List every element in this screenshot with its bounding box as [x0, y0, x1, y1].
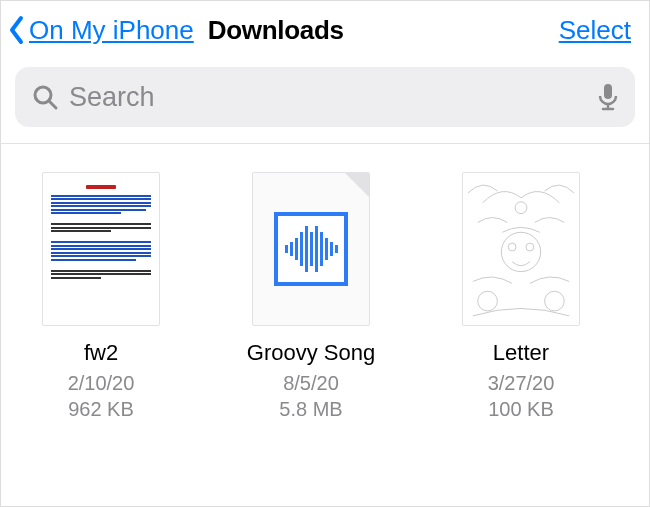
files-app-window: On My iPhone Downloads Select [0, 0, 650, 507]
file-size: 100 KB [488, 396, 554, 422]
file-date: 8/5/20 [283, 370, 339, 396]
file-item-groovy-song[interactable]: Groovy Song 8/5/20 5.8 MB [241, 172, 381, 422]
search-icon [31, 83, 59, 111]
file-thumbnail-doc [42, 172, 160, 326]
file-size: 962 KB [68, 396, 134, 422]
back-label: On My iPhone [29, 15, 194, 46]
file-item-fw2[interactable]: fw2 2/10/20 962 KB [31, 172, 171, 422]
mic-icon[interactable] [597, 82, 619, 112]
file-name: Letter [493, 340, 549, 366]
file-grid: fw2 2/10/20 962 KB Groovy Song 8/5/20 5.… [1, 144, 649, 506]
search-bar[interactable] [15, 67, 635, 127]
back-button[interactable]: On My iPhone [7, 15, 194, 46]
file-thumbnail-art [462, 172, 580, 326]
coloring-page-icon [463, 173, 579, 325]
nav-bar: On My iPhone Downloads Select [1, 1, 649, 59]
search-input[interactable] [59, 82, 597, 113]
chevron-left-icon [7, 15, 27, 45]
file-item-letter[interactable]: Letter 3/27/20 100 KB [451, 172, 591, 422]
file-name: Groovy Song [247, 340, 375, 366]
file-name: fw2 [84, 340, 118, 366]
page-fold-icon [345, 173, 369, 197]
svg-rect-5 [463, 173, 579, 324]
audio-icon [274, 212, 348, 286]
svg-rect-2 [604, 84, 612, 99]
svg-line-1 [49, 101, 56, 108]
search-container [1, 59, 649, 143]
file-date: 2/10/20 [68, 370, 135, 396]
file-thumbnail-audio [252, 172, 370, 326]
page-title: Downloads [208, 15, 344, 46]
select-button[interactable]: Select [559, 15, 631, 46]
file-size: 5.8 MB [279, 396, 342, 422]
file-date: 3/27/20 [488, 370, 555, 396]
